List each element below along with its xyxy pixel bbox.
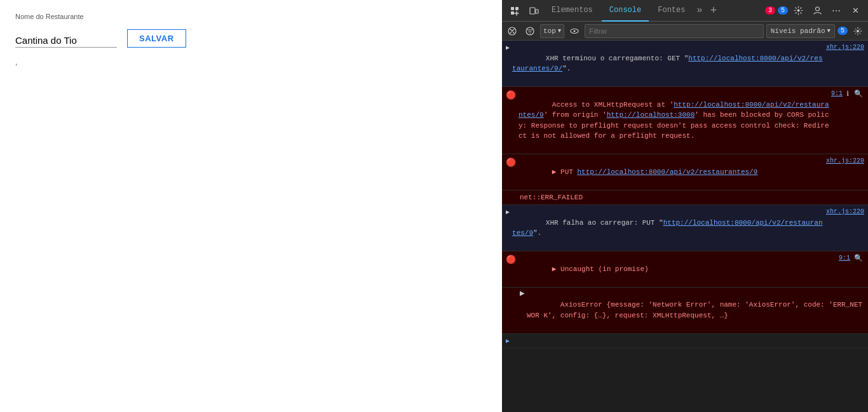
devtools-topbar: Elementos Console Fontes » + 3 5 ⋯ ✕: [502, 0, 868, 22]
devtools-panel: Elementos Console Fontes » + 3 5 ⋯ ✕: [502, 0, 868, 412]
error-badge: 3: [765, 6, 775, 15]
console-text-uncaught-header: ▶ Uncaught (in promise): [519, 253, 839, 285]
console-row-cors-error: 🔴 Access to XMLHttpRequest at 'http://lo…: [502, 87, 868, 154]
console-text-put: ▶ PUT http://localhost:8000/api/v2/resta…: [519, 156, 826, 188]
profile-icon[interactable]: [808, 2, 826, 20]
count-badge: 5: [837, 27, 848, 35]
console-settings-icon[interactable]: [850, 23, 865, 39]
more-tabs-icon[interactable]: »: [694, 5, 705, 16]
top-selector[interactable]: top ▼: [540, 24, 564, 38]
svg-rect-0: [511, 7, 514, 10]
svg-rect-4: [536, 10, 538, 13]
field-label: Nome do Restaurante: [15, 13, 487, 20]
cors-search-icon[interactable]: 🔍: [853, 90, 864, 98]
link-cors-3[interactable]: http://localhost:3000: [607, 111, 695, 119]
settings-icon[interactable]: [789, 2, 807, 20]
svg-point-5: [797, 10, 799, 12]
svg-rect-3: [530, 8, 535, 14]
console-text-xhr-fail: XHR falha ao carregar: PUT "http://local…: [512, 207, 826, 249]
xhr-success-line[interactable]: xhr.js:220: [826, 43, 864, 52]
caret-icon: ▶: [506, 336, 510, 346]
ellipsis-icon[interactable]: ⋯: [827, 2, 845, 20]
triangle-icon: ▶: [506, 43, 510, 53]
axios-expand-arrow[interactable]: ▶: [520, 289, 525, 296]
put-meta: xhr.js:220: [826, 156, 864, 166]
xhr-success-meta: xhr.js:220: [826, 43, 864, 52]
sidebar-comma: ,: [15, 58, 487, 67]
triangle-icon-fail: ▶: [506, 208, 510, 217]
console-text-axios: AxiosError {message: 'Network Error', na…: [527, 289, 864, 331]
error-circle-icon-put: 🔴: [506, 157, 516, 169]
save-button[interactable]: SALVAR: [127, 29, 186, 48]
inspect-icon[interactable]: [506, 2, 524, 20]
console-text-put-err: net::ERR_FAILED: [520, 192, 864, 203]
console-row-xhr-success: ▶ XHR terminou o carregamento: GET "http…: [502, 41, 868, 87]
left-panel: Nome do Restaurante SALVAR ,: [0, 0, 502, 412]
filter-input[interactable]: [585, 24, 764, 38]
uncaught-search-icon[interactable]: 🔍: [853, 254, 864, 262]
clear-console-icon[interactable]: [505, 23, 520, 39]
cors-info-icon[interactable]: ℹ: [845, 90, 850, 98]
console-text-cors: Access to XMLHttpRequest at 'http://loca…: [519, 89, 831, 152]
error-circle-icon-uncaught: 🔴: [506, 254, 516, 267]
svg-point-6: [815, 7, 819, 11]
console-text-xhr-success: XHR terminou o carregamento: GET "http:/…: [512, 43, 826, 84]
console-row-uncaught: 🔴 ▶ Uncaught (in promise) 9:1 🔍: [502, 251, 868, 288]
link-cors-2[interactable]: 9: [539, 111, 544, 119]
link-put-url[interactable]: http://localhost:8000/api/v2/restaurante…: [577, 168, 757, 176]
svg-point-14: [857, 30, 859, 32]
svg-rect-1: [515, 7, 519, 10]
console-row-xhr-fail: ▶ XHR falha ao carregar: PUT "http://loc…: [502, 205, 868, 251]
uncaught-meta: 9:1 🔍: [839, 253, 864, 263]
niveis-selector[interactable]: Níveis padrão ▼: [766, 24, 835, 38]
cors-meta: 9:1 ℹ 🔍: [831, 89, 864, 98]
device-icon[interactable]: [525, 2, 543, 20]
xhr-fail-line[interactable]: xhr.js:220: [826, 207, 864, 216]
console-content[interactable]: ▶ XHR terminou o carregamento: GET "http…: [502, 41, 868, 412]
filter-icon[interactable]: [522, 23, 538, 39]
tab-console[interactable]: Console: [602, 0, 649, 22]
link-xhr-fail-1[interactable]: http://localhost:8000/api/v2/restaura: [663, 219, 818, 227]
uncaught-line[interactable]: 9:1: [839, 253, 850, 263]
console-row-put-err-detail: net::ERR_FAILED: [502, 190, 868, 206]
close-icon[interactable]: ✕: [846, 2, 864, 20]
console-row-put-error: 🔴 ▶ PUT http://localhost:8000/api/v2/res…: [502, 154, 868, 190]
xhr-fail-meta: xhr.js:220: [826, 207, 864, 216]
cors-line-num[interactable]: 9:1: [831, 89, 843, 98]
tab-fontes[interactable]: Fontes: [650, 0, 693, 22]
warning-badge: 5: [778, 6, 788, 15]
eye-icon[interactable]: [567, 23, 582, 39]
restaurant-name-input[interactable]: [15, 35, 117, 48]
console-row-arrow: ▶: [502, 334, 868, 349]
tab-elements[interactable]: Elementos: [544, 0, 600, 22]
console-row-uncaught-detail: ▶ AxiosError {message: 'Network Error', …: [502, 288, 868, 334]
link-xhr-success-1[interactable]: http://localhost:8000/api/v2/re: [688, 55, 818, 62]
svg-point-13: [574, 30, 576, 32]
add-tab-icon[interactable]: +: [706, 4, 721, 17]
put-line-num[interactable]: xhr.js:220: [826, 156, 864, 166]
console-toolbar: top ▼ Níveis padrão ▼ 5: [502, 22, 868, 41]
svg-rect-2: [511, 11, 514, 15]
error-circle-icon-cors: 🔴: [506, 90, 516, 102]
